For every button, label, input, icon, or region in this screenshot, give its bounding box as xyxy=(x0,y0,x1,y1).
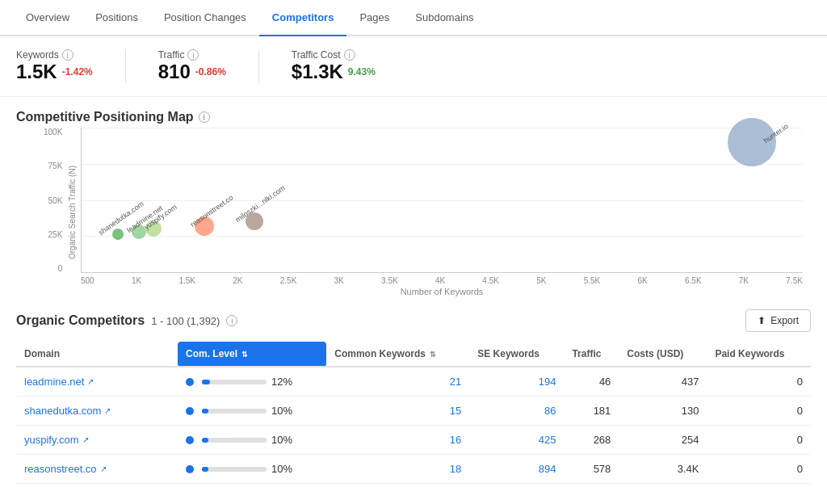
traffic-cost-info-icon[interactable]: i xyxy=(344,49,355,61)
table-row: reasonstreet.co ↗ 10% 18 894 578 3.4K 0 xyxy=(16,455,811,484)
nav-tab-positions[interactable]: Positions xyxy=(82,0,151,36)
traffic-info-icon[interactable]: i xyxy=(187,49,199,61)
cell-traffic: 181 xyxy=(564,397,619,426)
cell-se-keywords: 194 xyxy=(469,367,564,397)
cell-traffic: 46 xyxy=(564,367,619,397)
com-level-bar-fill xyxy=(202,380,210,384)
cell-common-keywords: 21 xyxy=(326,367,469,397)
traffic-cost-label: Traffic Cost xyxy=(292,49,341,61)
export-label: Export xyxy=(770,315,799,326)
col-costs[interactable]: Costs (USD) xyxy=(619,342,707,367)
col-paid-keywords[interactable]: Paid Keywords xyxy=(707,342,811,367)
nav-tabs: OverviewPositionsPosition ChangesCompeti… xyxy=(0,0,827,36)
com-level-value: 10% xyxy=(271,405,292,417)
cell-com-level: 10% xyxy=(178,426,326,455)
com-level-dot xyxy=(186,465,194,473)
y-axis-ticks: 100K 75K 50K 25K 0 xyxy=(44,128,62,273)
cell-com-level: 12% xyxy=(178,367,326,397)
table-row: yuspify.com ↗ 10% 16 425 268 254 0 xyxy=(16,426,811,455)
keywords-info-icon[interactable]: i xyxy=(62,49,73,61)
external-link-icon: ↗ xyxy=(100,464,107,473)
com-level-bar-bg xyxy=(202,438,267,443)
com-level-value: 10% xyxy=(271,434,292,446)
cell-costs: 437 xyxy=(619,367,707,397)
x-axis-label: Number of Keywords xyxy=(81,287,803,296)
traffic-change: -0.86% xyxy=(195,66,226,78)
metrics-row: Keywords i 1.5K -1.42% Traffic i 810 -0.… xyxy=(0,36,827,97)
nav-tab-position-changes[interactable]: Position Changes xyxy=(151,0,259,36)
external-link-icon: ↗ xyxy=(104,406,111,415)
domain-link[interactable]: reasonstreet.co ↗ xyxy=(24,463,170,475)
chart-info-icon[interactable]: i xyxy=(199,111,210,123)
x-axis-ticks: 5001K1.5K2K2.5K 3K3.5K4K4.5K5K 5.5K6K6.5… xyxy=(81,273,803,285)
cell-traffic: 268 xyxy=(564,426,619,455)
cell-se-keywords: 894 xyxy=(469,455,564,484)
cell-domain: shanedutka.com ↗ xyxy=(16,397,178,426)
traffic-cost-metric: Traffic Cost i $1.3K 9.43% xyxy=(292,49,408,83)
col-com-level[interactable]: Com. Level ⇅ xyxy=(178,342,326,367)
cell-costs: 254 xyxy=(619,426,707,455)
nav-tab-overview[interactable]: Overview xyxy=(13,0,82,36)
cell-com-level: 10% xyxy=(178,455,326,484)
keywords-value: 1.5K xyxy=(16,61,57,83)
cell-paid-keywords: 0 xyxy=(707,426,811,455)
com-level-dot xyxy=(186,407,194,415)
cell-se-keywords: 86 xyxy=(469,397,564,426)
chart-area: hunter.ioleadmine.netshanedutka.comyuspi… xyxy=(81,128,803,273)
table-subtitle: 1 - 100 (1,392) xyxy=(151,315,220,327)
cell-domain: reasonstreet.co ↗ xyxy=(16,455,178,484)
cell-domain: yuspify.com ↗ xyxy=(16,426,178,455)
com-level-value: 12% xyxy=(271,376,292,388)
domain-link[interactable]: yuspify.com ↗ xyxy=(24,434,170,446)
traffic-value: 810 xyxy=(158,61,191,83)
cell-common-keywords: 15 xyxy=(326,397,469,426)
cell-domain: leadmine.net ↗ xyxy=(16,367,178,397)
table-row: leadmine.net ↗ 12% 21 194 46 437 0 xyxy=(16,367,811,397)
keywords-change: -1.42% xyxy=(62,66,93,78)
chart-section: Competitive Positioning Map i Organic Se… xyxy=(0,97,827,296)
external-link-icon: ↗ xyxy=(82,435,89,444)
cell-common-keywords: 16 xyxy=(326,426,469,455)
com-level-bar-bg xyxy=(202,380,267,384)
traffic-metric: Traffic i 810 -0.86% xyxy=(158,49,259,83)
export-button[interactable]: ⬆ Export xyxy=(745,309,811,332)
cell-paid-keywords: 0 xyxy=(707,455,811,484)
cell-traffic: 578 xyxy=(564,455,619,484)
competitors-table: Domain Com. Level ⇅ Common Keywords ⇅ SE… xyxy=(16,342,811,484)
external-link-icon: ↗ xyxy=(87,377,94,386)
com-level-bar-fill xyxy=(202,438,208,443)
export-icon: ⬆ xyxy=(758,315,766,326)
nav-tab-competitors[interactable]: Competitors xyxy=(259,0,347,36)
y-axis-label: Organic Search Traffic (N) xyxy=(68,166,77,259)
table-row: shanedutka.com ↗ 10% 15 86 181 130 0 xyxy=(16,397,811,426)
table-title: Organic Competitors xyxy=(16,313,145,328)
col-se-keywords[interactable]: SE Keywords xyxy=(469,342,564,367)
com-level-bar-bg xyxy=(202,409,267,414)
com-level-value: 10% xyxy=(271,463,292,475)
chart-title: Competitive Positioning Map xyxy=(16,110,194,124)
traffic-label: Traffic xyxy=(158,49,185,61)
table-info-icon[interactable]: i xyxy=(226,315,237,326)
com-level-bar-bg xyxy=(202,467,267,472)
bubble-shanedutka-com xyxy=(112,229,124,240)
domain-link[interactable]: shanedutka.com ↗ xyxy=(24,405,170,417)
cell-costs: 3.4K xyxy=(619,455,707,484)
com-level-dot xyxy=(186,436,194,444)
cell-paid-keywords: 0 xyxy=(707,397,811,426)
traffic-cost-change: 9.43% xyxy=(348,66,376,78)
col-traffic[interactable]: Traffic xyxy=(564,342,619,367)
com-level-bar-fill xyxy=(202,467,208,472)
cell-com-level: 10% xyxy=(178,397,326,426)
traffic-cost-value: $1.3K xyxy=(292,61,343,83)
cell-costs: 130 xyxy=(619,397,707,426)
com-level-dot xyxy=(186,378,194,386)
domain-link[interactable]: leadmine.net ↗ xyxy=(24,376,170,388)
table-section: Organic Competitors 1 - 100 (1,392) i ⬆ … xyxy=(0,296,827,497)
nav-tab-subdomains[interactable]: Subdomains xyxy=(402,0,486,36)
cell-common-keywords: 18 xyxy=(326,455,469,484)
keywords-label: Keywords xyxy=(16,49,59,61)
col-common-keywords[interactable]: Common Keywords ⇅ xyxy=(326,342,469,367)
nav-tab-pages[interactable]: Pages xyxy=(346,0,402,36)
cell-se-keywords: 425 xyxy=(469,426,564,455)
com-level-bar-fill xyxy=(202,409,208,414)
